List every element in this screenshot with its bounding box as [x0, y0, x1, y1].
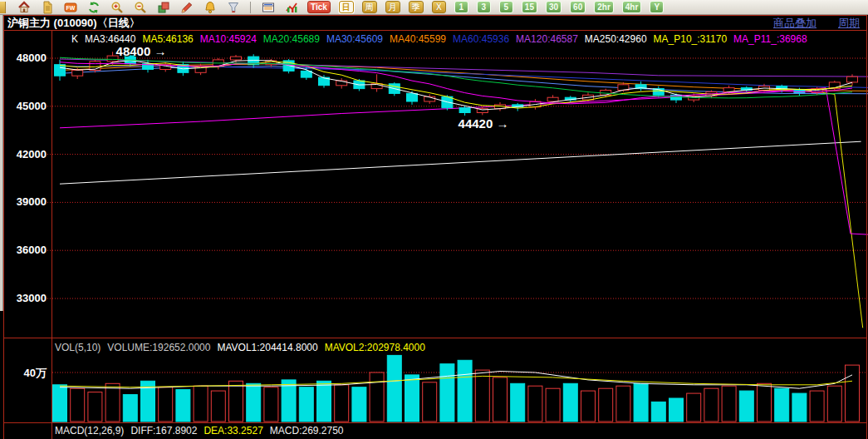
volume-bar [211, 391, 225, 422]
volume-bar [546, 388, 560, 422]
indicator-MA10: MA10:45924 [200, 33, 257, 45]
volume-bar [194, 386, 208, 422]
volume-indicator-row: VOL(5,10)VOLUME:192652.0000MAVOL1:204414… [55, 342, 425, 353]
line-MA_P10 [799, 90, 862, 328]
volume-bars [53, 355, 860, 422]
indicator-MA20: MA20:45689 [263, 33, 320, 45]
volume-bar [299, 387, 313, 422]
period-button-Tick[interactable]: Tick [307, 1, 331, 13]
volume-bar [423, 382, 437, 422]
volume-bar [387, 355, 401, 422]
candle [459, 108, 470, 113]
candle [72, 71, 83, 76]
volume-bar [88, 392, 102, 422]
layers-icon [157, 1, 170, 14]
layers-button[interactable] [156, 1, 170, 14]
period-button-2hr[interactable]: 2hr [594, 1, 614, 13]
zoom-out-icon [134, 1, 147, 14]
period-button-月[interactable]: 月 [385, 1, 400, 13]
period-button-5[interactable]: 5 [499, 1, 513, 13]
chart-view-button[interactable] [284, 1, 298, 14]
refresh-icon [87, 1, 101, 14]
volume-bar [370, 372, 384, 422]
quote-table-button[interactable] [261, 1, 275, 14]
period-button-60[interactable]: 60 [570, 1, 586, 13]
clipped-icon[interactable] [0, 2, 6, 13]
indicator-MAVOL1: MAVOL1:204414.8000 [217, 342, 317, 353]
home-icon [17, 1, 31, 14]
gridlines [47, 58, 866, 372]
indicator-MACD: MACD:269.2750 [270, 425, 344, 437]
volume-bar [634, 383, 648, 422]
volume-bar [511, 383, 525, 422]
filter-button[interactable] [226, 1, 240, 14]
indicator-MA250: MA250:42960 [585, 33, 647, 45]
zoom-in-button[interactable] [110, 1, 124, 14]
period-button-周[interactable]: 周 [362, 1, 377, 13]
volume-bar [722, 386, 736, 422]
draw-button[interactable] [179, 1, 194, 14]
candle [547, 97, 558, 101]
period-button-30[interactable]: 30 [546, 1, 562, 13]
volume-bar [53, 385, 67, 422]
overlay-ma-lines [60, 59, 868, 328]
volume-bar [405, 375, 419, 422]
volume-bar [616, 386, 630, 422]
indicator-K: K [71, 33, 78, 45]
price-axis-label: 33000 [0, 292, 47, 304]
price-axis-label: 42000 [0, 148, 47, 160]
alert-button[interactable] [203, 1, 217, 14]
volume-bar [475, 370, 489, 422]
svg-text:FW: FW [66, 4, 75, 10]
period-button-15[interactable]: 15 [522, 1, 537, 13]
period-button-日[interactable]: 日 [339, 1, 354, 13]
bell-icon [204, 1, 217, 14]
volume-bar [335, 385, 349, 422]
period-button-4hr[interactable]: 4hr [622, 1, 642, 13]
volume-bar [352, 387, 366, 422]
main-indicator-row: KMA3:46440MA5:46136MA10:45924MA20:45689M… [71, 33, 807, 45]
candle [847, 76, 858, 82]
period-link[interactable]: 周期 [838, 16, 860, 31]
volume-bar [264, 387, 278, 422]
indicator-MA5: MA5:46136 [142, 33, 193, 45]
indicator-MA3: MA3:46440 [85, 33, 135, 45]
chart-canvas[interactable] [0, 0, 868, 439]
period-button-X[interactable]: X [432, 1, 446, 13]
toolbar-separator [250, 2, 251, 13]
indicator-MAVOL2: MAVOL2:202978.4000 [325, 342, 425, 353]
volume-bar [810, 391, 824, 422]
document-icon [41, 1, 54, 14]
period-button-Y[interactable]: Y [650, 1, 664, 13]
fw-button[interactable]: FW [63, 1, 77, 14]
left-splitter[interactable] [0, 15, 3, 311]
volume-bar [247, 383, 261, 422]
period-button-季[interactable]: 季 [409, 1, 424, 13]
overlay-link[interactable]: 商品叠加 [773, 16, 817, 31]
document-button[interactable] [40, 1, 54, 14]
home-button[interactable] [17, 1, 31, 14]
volume-bar [846, 365, 860, 422]
zoom-in-icon [110, 1, 124, 14]
volume-bar [687, 393, 701, 422]
indicator-VOLUME: VOLUME:192652.0000 [107, 342, 210, 353]
candle [55, 65, 66, 76]
indicator-MA120: MA120:46587 [516, 33, 578, 45]
line-MA3 [60, 61, 852, 110]
toolbar: FW Tick日周月季X1351530602hr4hrY [0, 0, 868, 15]
app-window: FW Tick日周月季X1351530602hr4hrY 沪铜主力 (01009… [0, 0, 868, 439]
zoom-out-button[interactable] [133, 1, 147, 14]
refresh-button[interactable] [86, 1, 101, 14]
volume-bar [581, 391, 596, 422]
price-axis-label: 39000 [0, 195, 47, 208]
period-button-1[interactable]: 1 [454, 1, 468, 13]
period-button-3[interactable]: 3 [477, 1, 491, 13]
volume-bar [563, 383, 577, 422]
price-axis-label: 45000 [0, 100, 47, 112]
price-annotation: 44420 → [459, 116, 509, 131]
chart-title: 沪铜主力 (010090)〈日线〉 [7, 16, 140, 31]
indicator-VOL(5,10): VOL(5,10) [55, 342, 101, 353]
volume-bar [176, 390, 190, 422]
price-axis-label: 36000 [0, 244, 47, 256]
volume-bar [775, 388, 789, 422]
